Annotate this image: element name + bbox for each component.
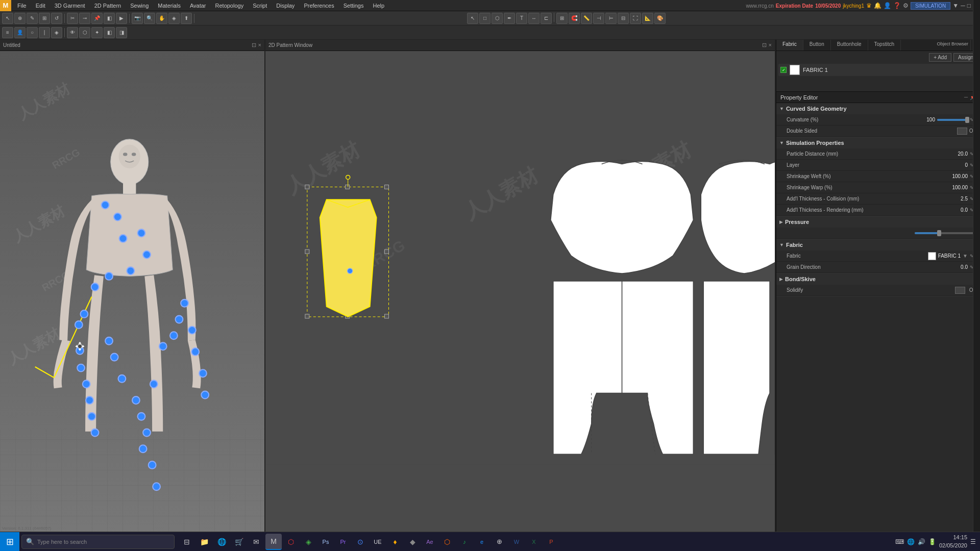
taskbar-network-icon[interactable]: 🌐 (907, 538, 915, 545)
render-tool[interactable]: ◈ (168, 13, 180, 24)
pressure-slider[interactable] (915, 232, 976, 234)
2d-rect[interactable]: □ (479, 13, 491, 24)
prop-layer-value[interactable]: 0 (927, 162, 968, 168)
taskbar-notification-icon[interactable]: ☰ (970, 538, 976, 545)
joint-btn[interactable]: ○ (27, 27, 38, 38)
menu-settings[interactable]: Settings (339, 2, 368, 10)
window-max-icon[interactable]: □ (967, 2, 971, 9)
menu-retopology[interactable]: Retopology (211, 2, 248, 10)
2d-sewing[interactable]: ⊏ (541, 13, 552, 24)
menu-file[interactable]: File (13, 2, 31, 10)
menu-3d-garment[interactable]: 3D Garment (51, 2, 89, 10)
bone-btn[interactable]: | (39, 27, 50, 38)
taskbar-word[interactable]: W (508, 534, 525, 550)
taskbar-task-view[interactable]: ⊟ (179, 534, 195, 550)
taskbar-chrome[interactable]: ⊕ (491, 534, 507, 550)
taskbar-marvelous[interactable]: M (265, 534, 282, 550)
weld-tool[interactable]: ⊸ (79, 13, 90, 24)
solidify-checkbox[interactable] (955, 287, 965, 294)
garment-layer[interactable]: ≡ (2, 27, 13, 38)
taskbar-battery-icon[interactable]: 🔋 (928, 538, 936, 545)
flat-btn[interactable]: ◧ (104, 27, 115, 38)
fabric-type-swatch[interactable] (928, 252, 936, 260)
fabric-dropdown-icon[interactable]: ▼ (963, 253, 968, 259)
viewport-2d-expand[interactable]: ⊡ (762, 42, 767, 48)
cut-tool[interactable]: ✂ (67, 13, 78, 24)
taskbar-excel[interactable]: X (526, 534, 542, 550)
prop-shrinkage-warp-value[interactable]: 100.00 (927, 185, 968, 190)
tab-fabric[interactable]: Fabric (776, 40, 803, 51)
hide-btn[interactable]: 👁 (67, 27, 78, 38)
tab-button[interactable]: Button (803, 40, 831, 51)
menu-preferences[interactable]: Preferences (300, 2, 338, 10)
texture-btn[interactable]: ◈ (51, 27, 62, 38)
taskbar-app-aftereff[interactable]: Ae (422, 534, 438, 550)
viewport-2d-close[interactable]: × (769, 42, 772, 48)
user-icon[interactable]: 👤 (884, 2, 891, 9)
taskbar-clock[interactable]: 14:15 02/05/2020 (939, 534, 967, 549)
menu-materials[interactable]: Materials (154, 2, 185, 10)
menu-sewing[interactable]: Sewing (126, 2, 153, 10)
start-button[interactable]: ⊞ (0, 532, 19, 552)
2d-arrange[interactable]: ⊟ (618, 13, 629, 24)
double-sided-checkbox[interactable] (957, 128, 967, 135)
2d-align-l[interactable]: ⊣ (593, 13, 604, 24)
section-fabric-props-header[interactable]: ▼ Fabric (776, 239, 980, 251)
2d-measure[interactable]: 📏 (581, 13, 592, 24)
simulation-badge[interactable]: SIMULATION (911, 2, 950, 10)
taskbar-app-blue[interactable]: ⊙ (352, 534, 369, 550)
scroll-indicator-right[interactable] (973, 0, 980, 551)
taskbar-ppt[interactable]: P (543, 534, 559, 550)
prop-curvature-value[interactable]: 100 (894, 117, 935, 122)
xray-btn[interactable]: ✦ (91, 27, 103, 38)
taskbar-files[interactable]: 📁 (196, 534, 212, 550)
prop-grain-direction-value[interactable]: 0.0 (927, 264, 968, 270)
bell-icon[interactable]: 🔔 (874, 2, 881, 9)
window-min-icon[interactable]: ─ (961, 2, 965, 9)
edit-tool[interactable]: ✎ (27, 13, 38, 24)
prop-particle-distance-value[interactable]: 20.0 (927, 151, 968, 157)
taskbar-app-yellow[interactable]: ♦ (387, 534, 403, 550)
prop-thickness-rendering-value[interactable]: 0.0 (927, 207, 968, 213)
taskbar-app-red[interactable]: ⬡ (283, 534, 299, 550)
transform-tool[interactable]: ⊞ (39, 13, 50, 24)
add-fabric-button[interactable]: + Add (929, 53, 951, 62)
section-bond-skive-header[interactable]: ▶ Bond/Skive (776, 273, 980, 285)
curvature-slider-handle[interactable] (965, 117, 969, 123)
2d-polygon[interactable]: ⬡ (492, 13, 503, 24)
taskbar-keyboard-icon[interactable]: ⌨ (895, 538, 904, 545)
taskbar-app-ue[interactable]: UE (370, 534, 386, 550)
rotate-tool[interactable]: ↺ (51, 13, 62, 24)
avatar-btn[interactable]: 👤 (14, 27, 26, 38)
prop-thickness-collision-value[interactable]: 2.5 (927, 196, 968, 202)
shaded-btn[interactable]: ◨ (116, 27, 127, 38)
taskbar-premiere[interactable]: Pr (335, 534, 351, 550)
menu-script[interactable]: Script (249, 2, 271, 10)
taskbar-mail[interactable]: ✉ (248, 534, 264, 550)
menu-edit[interactable]: Edit (32, 2, 50, 10)
taskbar-spotify[interactable]: ♪ (456, 534, 473, 550)
menu-help[interactable]: Help (369, 2, 388, 10)
tab-buttonhole[interactable]: Buttonhole (831, 40, 868, 51)
menu-2d-pattern[interactable]: 2D Pattern (90, 2, 126, 10)
camera-tool[interactable]: 📷 (132, 13, 143, 24)
menu-display[interactable]: Display (272, 2, 299, 10)
fold-tool[interactable]: ◧ (104, 13, 115, 24)
curvature-slider[interactable] (937, 119, 968, 121)
tab-topstitch[interactable]: Topstitch (868, 40, 901, 51)
2d-zoom-fit[interactable]: ⛶ (630, 13, 641, 24)
zoom-tool[interactable]: 🔍 (144, 13, 155, 24)
fabric-checkbox[interactable]: ✓ (780, 67, 787, 73)
2d-color[interactable]: 🎨 (654, 13, 666, 24)
taskbar-edge[interactable]: 🌐 (213, 534, 230, 550)
section-simulation-properties-header[interactable]: ▼ Simulation Properties (776, 137, 980, 148)
pan-tool[interactable]: ✋ (156, 13, 167, 24)
add-point-tool[interactable]: ⊕ (14, 13, 26, 24)
taskbar-app-dark[interactable]: ◆ (404, 534, 421, 550)
2d-text[interactable]: T (516, 13, 527, 24)
prop-editor-collapse[interactable]: ─ (964, 94, 968, 100)
2d-grid[interactable]: ⊞ (556, 13, 568, 24)
viewport-3d-close[interactable]: × (258, 42, 261, 48)
2d-align-r[interactable]: ⊢ (605, 13, 617, 24)
taskbar-volume-icon[interactable]: 🔊 (918, 538, 925, 545)
